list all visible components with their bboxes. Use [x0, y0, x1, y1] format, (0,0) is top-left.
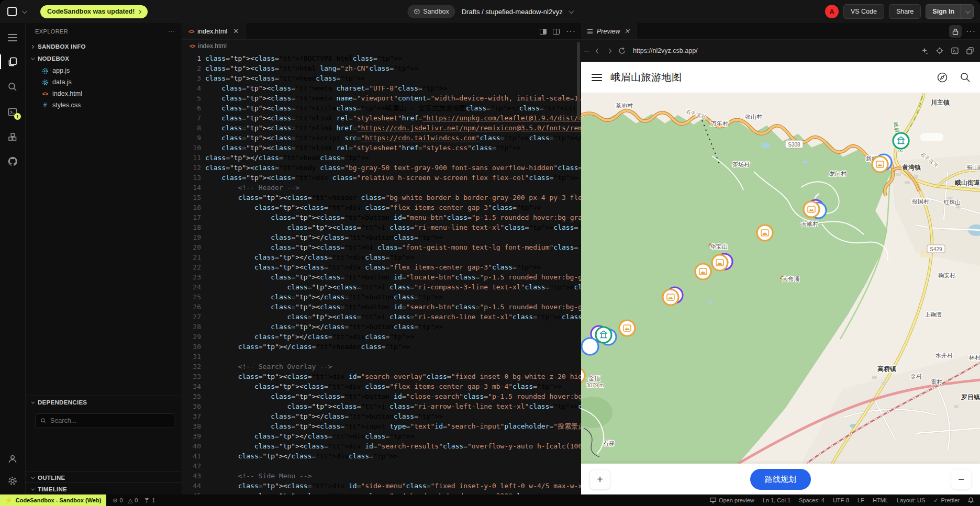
- status-item-spaces-4[interactable]: Spaces: 4: [799, 497, 825, 503]
- code-line-45[interactable]: 45 class="tp"><class="tt">div class="p-4…: [182, 491, 581, 494]
- close-preview-icon[interactable]: ✕: [624, 27, 629, 35]
- workspace-menu-chevron-icon[interactable]: [22, 8, 27, 14]
- code-line-44[interactable]: 44 class="tp"><class="tt">div id="side-m…: [182, 481, 581, 491]
- code-line-17[interactable]: 17 class="tp"><class="tt">button id="men…: [182, 212, 581, 222]
- account-button[interactable]: [0, 448, 25, 469]
- map-menu-button[interactable]: [592, 72, 602, 83]
- status-item-lf[interactable]: LF: [858, 497, 864, 503]
- breadcrumb[interactable]: Drafts / stupefied-meadow-nl2vyz: [462, 8, 563, 16]
- code-line-13[interactable]: 13 class="tp"><class="tt">div class="rel…: [182, 173, 581, 183]
- code-line-20[interactable]: 20 class="tp"><class="tt">h1 class="font…: [182, 242, 581, 252]
- zoom-out-button[interactable]: −: [951, 469, 972, 490]
- code-line-30[interactable]: 30 class="tp"></class="tt">headerclass="…: [182, 342, 581, 352]
- sandbox-type-badge[interactable]: Sandbox: [407, 5, 455, 18]
- devtools-icon[interactable]: [951, 47, 959, 54]
- status-item-layout-us[interactable]: Layout: US: [897, 497, 925, 503]
- ports-indicator[interactable]: 1: [144, 497, 155, 503]
- code-line-25[interactable]: 25 class="tp"></class="tt">buttonclass="…: [182, 292, 581, 302]
- status-item-prettier[interactable]: ✓Prettier: [933, 497, 960, 504]
- code-line-11[interactable]: 11class="tp"></class="tt">headclass="tp"…: [182, 153, 581, 163]
- editor-scrollbar[interactable]: [577, 42, 580, 120]
- vscode-button[interactable]: VS Code: [843, 4, 884, 19]
- code-line-10[interactable]: 10 class="tp"><class="tt">link rel="styl…: [182, 143, 581, 153]
- settings-button[interactable]: [0, 470, 25, 491]
- environment-badge[interactable]: ⚡ CodeSandbox - Sandbox (Web): [0, 494, 106, 506]
- code-line-23[interactable]: 23 class="tp"><class="tt">button id="loc…: [182, 272, 581, 282]
- code-line-24[interactable]: 24 class="tp"><class="tt">i class="ri-co…: [182, 282, 581, 292]
- code-line-1[interactable]: 1class="tp"><class="tt">!DOCTYPE htmlcla…: [182, 53, 581, 63]
- dependency-search-input[interactable]: [50, 417, 169, 424]
- forward-button[interactable]: [607, 49, 611, 53]
- code-line-22[interactable]: 22 class="tp"><class="tt">div class="fle…: [182, 262, 581, 272]
- code-line-2[interactable]: 2class="tp"><class="tt">html lang="zh-CN…: [182, 63, 581, 73]
- status-item-ln-1-col-1[interactable]: Ln 1, Col 1: [763, 497, 790, 503]
- code-line-38[interactable]: 38 class="tp"><class="tt">input type="te…: [182, 421, 581, 431]
- code-line-14[interactable]: 14 <!-- Header -->: [182, 183, 581, 193]
- search-tab-button[interactable]: [0, 76, 25, 97]
- code-line-12[interactable]: 12class="tp"><class="tt">body class="bg-…: [182, 163, 581, 173]
- preview-more-button[interactable]: ···: [966, 27, 976, 36]
- editor-breadcrumb[interactable]: <> index.html: [182, 40, 581, 52]
- close-tab-icon[interactable]: ✕: [233, 27, 239, 35]
- code-line-35[interactable]: 35 class="tp"><class="tt">button id="clo…: [182, 391, 581, 401]
- map-search-button[interactable]: [960, 72, 971, 83]
- extensions-tab-button[interactable]: [0, 127, 25, 148]
- map-marker[interactable]: [757, 225, 773, 241]
- avatar[interactable]: A: [825, 5, 839, 18]
- terminal-tab-button[interactable]: 1: [0, 102, 25, 122]
- problems-indicator[interactable]: ⊘0 △0: [113, 497, 138, 504]
- code-line-36[interactable]: 36 class="tp"><class="tt">i class="ri-ar…: [182, 401, 581, 411]
- editor-more-button[interactable]: ···: [566, 27, 576, 36]
- explorer-tab-button[interactable]: [0, 51, 25, 72]
- map-canvas[interactable]: S308S429茶地村万年村张山村茶场村龙门村川主镇新桥村黄湾镇蜀山家园峨山街道…: [581, 93, 980, 464]
- ai-sparkle-icon[interactable]: [921, 47, 928, 54]
- status-item-html[interactable]: HTML: [873, 497, 888, 503]
- code-line-28[interactable]: 28 class="tp"></class="tt">buttonclass="…: [182, 322, 581, 332]
- code-line-26[interactable]: 26 class="tp"><class="tt">button id="sea…: [182, 302, 581, 312]
- code-line-16[interactable]: 16 class="tp"><class="tt">div class="fle…: [182, 203, 581, 212]
- section-nodebox[interactable]: NODEBOX: [26, 53, 182, 64]
- preview-url[interactable]: https://nl2vyz.csb.app/: [633, 47, 914, 54]
- code-line-40[interactable]: 40 class="tp"><class="tt">div id="search…: [182, 441, 581, 451]
- status-item-utf-8[interactable]: UTF-8: [833, 497, 849, 503]
- code-line-27[interactable]: 27 class="tp"><class="tt">i class="ri-se…: [182, 312, 581, 322]
- signin-button[interactable]: Sign In: [926, 4, 974, 19]
- code-line-39[interactable]: 39 class="tp"></class="tt">divclass="tp"…: [182, 431, 581, 441]
- code-line-15[interactable]: 15 class="tp"><class="tt">header class="…: [182, 193, 581, 203]
- map-marker[interactable]: [893, 133, 909, 149]
- code-line-18[interactable]: 18 class="tp"><class="tt">i class="ri-me…: [182, 222, 581, 232]
- refresh-button[interactable]: [618, 47, 626, 54]
- code-line-42[interactable]: 42: [182, 461, 581, 471]
- code-line-19[interactable]: 19 class="tp"></class="tt">buttonclass="…: [182, 232, 581, 242]
- code-line-37[interactable]: 37 class="tp"></class="tt">buttonclass="…: [182, 411, 581, 421]
- code-line-7[interactable]: 7 class="tp"><class="tt">link rel="style…: [182, 113, 581, 123]
- file-item-index.html[interactable]: <>index.html: [26, 88, 182, 99]
- signin-dropdown[interactable]: [961, 5, 973, 18]
- zoom-in-button[interactable]: +: [589, 469, 610, 490]
- code-line-33[interactable]: 33 class="tp"><class="tt">div id="search…: [182, 372, 581, 381]
- code-line-34[interactable]: 34 class="tp"><class="tt">div class="fle…: [182, 381, 581, 391]
- explorer-menu-button[interactable]: ···: [168, 28, 175, 35]
- file-item-styles.css[interactable]: #styles.css: [26, 99, 182, 111]
- toggle-sidebar-icon[interactable]: [540, 29, 547, 35]
- file-item-data.js[interactable]: data.js: [26, 76, 182, 88]
- section-outline[interactable]: OUTLINE: [26, 472, 182, 483]
- map-marker[interactable]: [712, 254, 732, 271]
- section-dependencies[interactable]: DEPENDENCIES: [26, 397, 182, 408]
- map-marker[interactable]: [582, 338, 598, 355]
- split-editor-icon[interactable]: [553, 29, 560, 35]
- file-item-app.js[interactable]: app.js: [26, 65, 182, 76]
- map-marker[interactable]: [619, 320, 635, 336]
- inspect-target-icon[interactable]: [936, 47, 943, 54]
- status-item-open-preview[interactable]: Open preview: [710, 497, 754, 503]
- notifications-button[interactable]: [968, 497, 974, 503]
- route-planning-button[interactable]: 路线规划: [750, 469, 811, 490]
- code-line-32[interactable]: 32 <!-- Search Overlay -->: [182, 362, 581, 372]
- code-line-9[interactable]: 9 class="tp"><class="tt">script src="htt…: [182, 133, 581, 143]
- open-in-new-window-icon[interactable]: [966, 47, 974, 54]
- breadcrumb-chevron-icon[interactable]: [569, 8, 574, 14]
- section-sandbox-info[interactable]: SANDBOX INFO: [26, 41, 182, 52]
- pane-resize-handle[interactable]: –: [584, 46, 589, 55]
- compass-icon[interactable]: [937, 72, 948, 83]
- share-button[interactable]: Share: [889, 4, 921, 19]
